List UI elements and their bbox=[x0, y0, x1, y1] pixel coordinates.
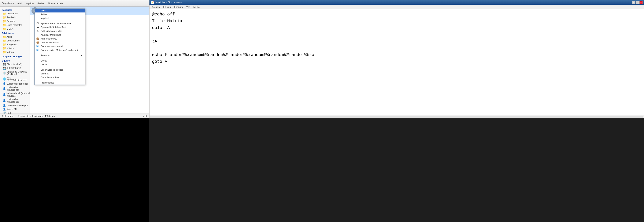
network-drive-icon: 🌐 bbox=[3, 78, 6, 80]
person-icon: 👤 bbox=[3, 108, 6, 110]
cm-item-enviar[interactable]: Enviar a ▶ bbox=[35, 54, 85, 57]
menu-formato[interactable]: Formato bbox=[172, 5, 184, 9]
person-icon: 👤 bbox=[3, 87, 6, 90]
cm-item-compress-email[interactable]: 📧 Compress and email... bbox=[35, 44, 85, 48]
sidebar-item-musica[interactable]: 📁 Música bbox=[0, 46, 30, 50]
folder-icon: 📁 bbox=[3, 47, 6, 50]
cm-item-compress-matrix-email[interactable]: 📧 Compress to "Matrix.rar" and email bbox=[35, 48, 85, 52]
toolbar-organize[interactable]: Organizar ▾ bbox=[1, 2, 15, 5]
cm-separator-3 bbox=[35, 58, 85, 58]
folder-icon: 📁 bbox=[3, 35, 6, 38]
cm-separator-1 bbox=[35, 21, 85, 21]
sidebar-item-dropbox[interactable]: 📁 Dropbox bbox=[0, 19, 30, 23]
cm-item-shortcut[interactable]: Crear acceso directo bbox=[35, 68, 85, 72]
notepad-text-area[interactable]: @echo off Title Matrix color A :A echo %… bbox=[150, 9, 644, 115]
sidebar-item-luciano[interactable]: 👤 Luciano (usuario-pc) bbox=[0, 82, 30, 86]
context-menu: Abrir Editar Imprimir 🛡 Ejecutar como ad… bbox=[34, 8, 85, 85]
menu-archivo[interactable]: Archivo bbox=[150, 5, 162, 9]
sidebar-item-videos[interactable]: 📁 Videos bbox=[0, 50, 30, 54]
maximize-button[interactable]: □ bbox=[636, 1, 639, 4]
sidebar-item-descargas[interactable]: 📁 Descargas bbox=[0, 12, 30, 16]
cm-item-properties[interactable]: Propiedades bbox=[35, 81, 85, 84]
sidebar-item-luciano-mc2[interactable]: 👤 Luciano Mc (usuario-pc) bbox=[0, 98, 30, 104]
cm-item-open[interactable]: Abrir bbox=[35, 9, 85, 12]
folder-icon: 📁 bbox=[3, 50, 6, 54]
drive-icon: 💾 bbox=[3, 63, 6, 66]
sidebar-item-mega[interactable]: 📁 MEGA bbox=[0, 27, 30, 31]
folder-icon: 📁 bbox=[3, 16, 6, 19]
sidebar-item-dvd[interactable]: 💿 Unidad de DVD RW (G:) Disk1 bbox=[0, 70, 30, 76]
sidebar-item-usuario[interactable]: 👤 Usuario (usuario-pc) bbox=[0, 104, 30, 107]
person-icon: 👤 bbox=[3, 99, 6, 102]
cm-item-copy[interactable]: Copiar bbox=[35, 62, 85, 66]
cm-item-cut[interactable]: Cortar bbox=[35, 59, 85, 62]
notepad-titlebar: 📝 Matrix.bat - Bloc de notas ─ □ ✕ bbox=[150, 0, 644, 5]
menu-edicion[interactable]: Edición bbox=[162, 5, 172, 9]
favorites-label: Favoritos bbox=[0, 8, 30, 12]
cm-item-analizar[interactable]: Analizar Matrix.bat bbox=[35, 33, 85, 37]
sidebar-item-c[interactable]: 💾 Disco local (C:) bbox=[0, 62, 30, 66]
dvd-icon: 💿 bbox=[3, 72, 6, 74]
archive-icon: 📦 bbox=[36, 37, 39, 40]
sidebar-item-xperia[interactable]: 👤 Xperia M2 bbox=[0, 107, 30, 111]
scrollbar-track[interactable] bbox=[150, 116, 643, 118]
menu-ver[interactable]: Ver bbox=[184, 5, 192, 9]
sidebar-item-red[interactable]: 🔗 Red bbox=[0, 111, 30, 114]
toolbar-print[interactable]: Imprimir bbox=[25, 2, 35, 5]
statusbar-icons: ☰ ⊞ bbox=[142, 114, 147, 117]
notepad-window: 📝 Matrix.bat - Bloc de notas ─ □ ✕ Archi… bbox=[149, 0, 644, 118]
notepadpp-icon: ✎ bbox=[36, 30, 39, 32]
toolbar-new-folder[interactable]: Nueva carpeta bbox=[47, 2, 64, 5]
cm-item-print[interactable]: Imprimir bbox=[35, 16, 85, 20]
sidebar-item-escritorio[interactable]: 📁 Escritorio bbox=[0, 16, 30, 19]
folder-icon: 📁 bbox=[3, 39, 6, 42]
sidebar-item-sitios[interactable]: 📁 Sitios recientes bbox=[0, 23, 30, 27]
view-list-icon[interactable]: ☰ bbox=[142, 114, 144, 117]
person-icon: 👤 bbox=[3, 104, 6, 107]
close-button[interactable]: ✕ bbox=[639, 1, 643, 4]
notepad-menubar: Archivo Edición Formato Ver Ayuda bbox=[150, 5, 644, 9]
cm-item-add-archive[interactable]: 📦 Add to archive... bbox=[35, 37, 85, 40]
menu-ayuda[interactable]: Ayuda bbox=[191, 5, 201, 9]
notepad-scrollbar[interactable] bbox=[150, 115, 644, 118]
cm-item-edit[interactable]: Editar bbox=[35, 12, 85, 16]
submenu-arrow-icon: ▶ bbox=[81, 54, 82, 57]
black-terminal-panel bbox=[0, 118, 149, 222]
view-grid-icon[interactable]: ⊞ bbox=[146, 114, 147, 117]
sidebar-item-luciano-email[interactable]: 👤 lucianoklauck@hotmail.com (usuan... bbox=[0, 92, 30, 98]
cm-item-rename[interactable]: Cambiar nombre bbox=[35, 76, 85, 79]
network-icon: 🔗 bbox=[3, 112, 6, 114]
homegroup-label: Grupo en el hogar bbox=[0, 54, 30, 58]
cm-separator-5 bbox=[35, 80, 85, 80]
cm-separator-4 bbox=[35, 67, 85, 67]
cm-item-sublime[interactable]: ◆ Open with Sublime Text bbox=[35, 25, 85, 29]
notepad-title: Matrix.bat - Bloc de notas bbox=[156, 1, 182, 4]
rar-icon: 📦 bbox=[36, 41, 39, 44]
explorer-toolbar: Organizar ▾ Abrir Imprimir Grabar Nueva … bbox=[0, 0, 149, 6]
drive-icon: 💾 bbox=[3, 66, 6, 70]
computer-label: Equipo bbox=[0, 58, 30, 62]
folder-icon: 📁 bbox=[3, 12, 6, 15]
shield-icon: 🛡 bbox=[36, 22, 39, 25]
toolbar-record[interactable]: Grabar bbox=[36, 2, 46, 5]
cm-item-delete[interactable]: Eliminar bbox=[35, 72, 85, 76]
explorer-statusbar: 1 elemento 1 elemento seleccionado: 435 … bbox=[0, 114, 149, 118]
sidebar: Favoritos 📁 Descargas 📁 Escritorio 📁 Dro… bbox=[0, 6, 30, 114]
sidebar-item-apps[interactable]: 📁 Apps bbox=[0, 35, 30, 39]
folder-icon: 📁 bbox=[3, 43, 6, 46]
sidebar-item-documentos[interactable]: 📁 Documentos bbox=[0, 39, 30, 42]
sidebar-item-avm[interactable]: 🌐 AVM FRITZ!Mediaserver bbox=[0, 76, 30, 82]
cm-item-add-matrix-rar[interactable]: 📦 Add to "Matrix.rar" bbox=[35, 40, 85, 44]
sidebar-item-luciano-mc[interactable]: 👤 Luciano Mc (usuario-pc) bbox=[0, 86, 30, 92]
folder-icon: 📁 bbox=[3, 24, 6, 26]
cm-item-notepadpp[interactable]: ✎ Edit with Notepad++ bbox=[35, 29, 85, 33]
statusbar-selected: 1 elemento seleccionado: 435 bytes bbox=[18, 115, 55, 117]
person-icon: 👤 bbox=[3, 82, 6, 85]
toolbar-open[interactable]: Abrir bbox=[16, 2, 23, 5]
minimize-button[interactable]: ─ bbox=[632, 1, 635, 4]
sidebar-item-imagenes[interactable]: 📁 Imágenes bbox=[0, 42, 30, 46]
sublime-icon: ◆ bbox=[36, 26, 39, 29]
libraries-label: Bibliotecas bbox=[0, 31, 30, 35]
cm-item-run-admin[interactable]: 🛡 Ejecutar como administrador bbox=[35, 22, 85, 25]
sidebar-item-d[interactable]: 💾 #LK 9000 (D:) bbox=[0, 66, 30, 70]
